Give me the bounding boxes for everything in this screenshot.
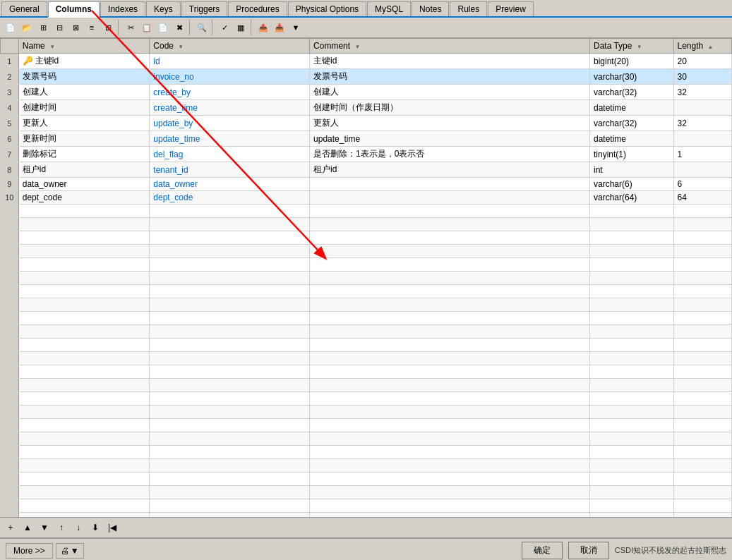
- more-button[interactable]: More >>: [6, 543, 53, 559]
- table-row[interactable]: 5更新人update_by更新人varchar(32)32: [1, 116, 732, 131]
- cell-length[interactable]: [673, 100, 731, 116]
- cut-btn[interactable]: ✂: [123, 20, 138, 35]
- cell-code[interactable]: create_by: [150, 85, 310, 100]
- tab-keys[interactable]: Keys: [146, 1, 181, 16]
- tab-indexes[interactable]: Indexes: [100, 1, 145, 16]
- cell-length[interactable]: 32: [673, 116, 731, 131]
- cell-datatype[interactable]: tinyint(1): [589, 147, 673, 162]
- cell-comment[interactable]: 创建人: [310, 85, 590, 100]
- cell-comment[interactable]: 是否删除：1表示是，0表示否: [310, 147, 590, 162]
- cell-comment[interactable]: 更新人: [310, 116, 590, 131]
- cell-name[interactable]: 创建时间: [18, 100, 150, 116]
- move-down-btn[interactable]: ▼: [37, 520, 52, 535]
- btn4[interactable]: ⊟: [52, 20, 67, 35]
- col-header-name[interactable]: Name ▼: [18, 39, 150, 54]
- tab-general[interactable]: General: [1, 1, 47, 16]
- cell-length[interactable]: 32: [673, 85, 731, 100]
- move-down2-btn[interactable]: ↓: [71, 520, 86, 535]
- cell-code[interactable]: data_owner: [150, 178, 310, 191]
- cell-name[interactable]: 删除标记: [18, 147, 150, 162]
- cell-datatype[interactable]: varchar(30): [589, 69, 673, 85]
- cell-comment[interactable]: [310, 191, 590, 205]
- print-dropdown[interactable]: ▼: [71, 546, 79, 556]
- cell-name[interactable]: 租户id: [18, 162, 150, 178]
- cell-length[interactable]: [673, 131, 731, 147]
- cell-code[interactable]: id: [150, 54, 310, 69]
- find-btn[interactable]: 🔍: [194, 20, 210, 35]
- cell-code[interactable]: del_flag: [150, 147, 310, 162]
- cell-comment[interactable]: update_time: [310, 131, 590, 147]
- table-row[interactable]: 2发票号码invoice_no发票号码varchar(30)30: [1, 69, 732, 85]
- cell-name[interactable]: 创建人: [18, 85, 150, 100]
- col-header-datatype[interactable]: Data Type ▼: [589, 39, 673, 54]
- grid-btn[interactable]: ▦: [233, 20, 248, 35]
- tab-triggers[interactable]: Triggers: [181, 1, 228, 16]
- cell-comment[interactable]: 创建时间（作废日期）: [310, 100, 590, 116]
- cell-length[interactable]: 64: [673, 191, 731, 205]
- cell-code[interactable]: invoice_no: [150, 69, 310, 85]
- cell-code[interactable]: update_by: [150, 116, 310, 131]
- paste-btn[interactable]: 📄: [155, 20, 171, 35]
- print-button[interactable]: 🖨 ▼: [56, 543, 84, 559]
- cell-name[interactable]: 更新人: [18, 116, 150, 131]
- col-header-comment[interactable]: Comment ▼: [310, 39, 590, 54]
- cell-datatype[interactable]: bigint(20): [589, 54, 673, 69]
- tab-columns[interactable]: Columns: [48, 1, 100, 18]
- cell-name[interactable]: data_owner: [18, 178, 150, 191]
- cell-datatype[interactable]: datetime: [589, 100, 673, 116]
- export-btn[interactable]: 📤: [256, 20, 271, 35]
- cell-length[interactable]: 1: [673, 147, 731, 162]
- nav-start-btn[interactable]: |◀: [104, 520, 120, 535]
- delete-btn[interactable]: ✖: [172, 20, 187, 35]
- btn7[interactable]: ⊞: [100, 20, 116, 35]
- table-row[interactable]: 4创建时间create_time创建时间（作废日期）datetime: [1, 100, 732, 116]
- cell-code[interactable]: update_time: [150, 131, 310, 147]
- cell-datatype[interactable]: int: [589, 162, 673, 178]
- cell-datatype[interactable]: varchar(32): [589, 116, 673, 131]
- cell-code[interactable]: create_time: [150, 100, 310, 116]
- new-btn[interactable]: 📄: [3, 20, 18, 35]
- copy-btn[interactable]: 📋: [139, 20, 155, 35]
- btn5[interactable]: ⊠: [68, 20, 83, 35]
- cell-datatype[interactable]: varchar(64): [589, 191, 673, 205]
- tab-notes[interactable]: Notes: [412, 1, 449, 16]
- cell-code[interactable]: tenant_id: [150, 162, 310, 178]
- cell-comment[interactable]: 发票号码: [310, 69, 590, 85]
- btn3[interactable]: ⊞: [35, 20, 51, 35]
- cell-comment[interactable]: [310, 178, 590, 191]
- cell-length[interactable]: 20: [673, 54, 731, 69]
- cell-length[interactable]: 30: [673, 69, 731, 85]
- cell-code[interactable]: dept_code: [150, 191, 310, 205]
- import-csv-btn[interactable]: ⬇: [88, 520, 103, 535]
- table-row[interactable]: 3创建人create_by创建人varchar(32)32: [1, 85, 732, 100]
- table-row[interactable]: 10dept_codedept_codevarchar(64)64: [1, 191, 732, 205]
- cell-length[interactable]: 6: [673, 178, 731, 191]
- import-btn[interactable]: 📥: [272, 20, 287, 35]
- tab-rules[interactable]: Rules: [450, 1, 487, 16]
- cell-comment[interactable]: 主键id: [310, 54, 590, 69]
- ok-button[interactable]: 确定: [522, 542, 563, 559]
- tab-physical-options[interactable]: Physical Options: [288, 1, 366, 16]
- table-row[interactable]: 8租户idtenant_id租户idint: [1, 162, 732, 178]
- cancel-button[interactable]: 取消: [568, 542, 609, 559]
- cell-name[interactable]: 发票号码: [18, 69, 150, 85]
- cell-datatype[interactable]: varchar(32): [589, 85, 673, 100]
- cell-datatype[interactable]: varchar(6): [589, 178, 673, 191]
- move-up2-btn[interactable]: ↑: [54, 520, 69, 535]
- cell-comment[interactable]: 租户id: [310, 162, 590, 178]
- tab-mysql[interactable]: MySQL: [367, 1, 411, 16]
- dropdown-btn[interactable]: ▼: [288, 20, 304, 35]
- add-row-btn[interactable]: +: [3, 520, 18, 535]
- tab-preview[interactable]: Preview: [488, 1, 534, 16]
- table-row[interactable]: 6更新时间update_timeupdate_timedatetime: [1, 131, 732, 147]
- cell-name[interactable]: dept_code: [18, 191, 150, 205]
- cell-length[interactable]: [673, 162, 731, 178]
- check-btn[interactable]: ✓: [217, 20, 232, 35]
- cell-name[interactable]: 🔑主键id: [18, 54, 150, 69]
- col-header-length[interactable]: Length ▲: [673, 39, 731, 54]
- cell-datatype[interactable]: datetime: [589, 131, 673, 147]
- move-up-btn[interactable]: ▲: [20, 520, 35, 535]
- table-row[interactable]: 1🔑主键idid主键idbigint(20)20: [1, 54, 732, 69]
- col-header-code[interactable]: Code ▼: [150, 39, 310, 54]
- cell-name[interactable]: 更新时间: [18, 131, 150, 147]
